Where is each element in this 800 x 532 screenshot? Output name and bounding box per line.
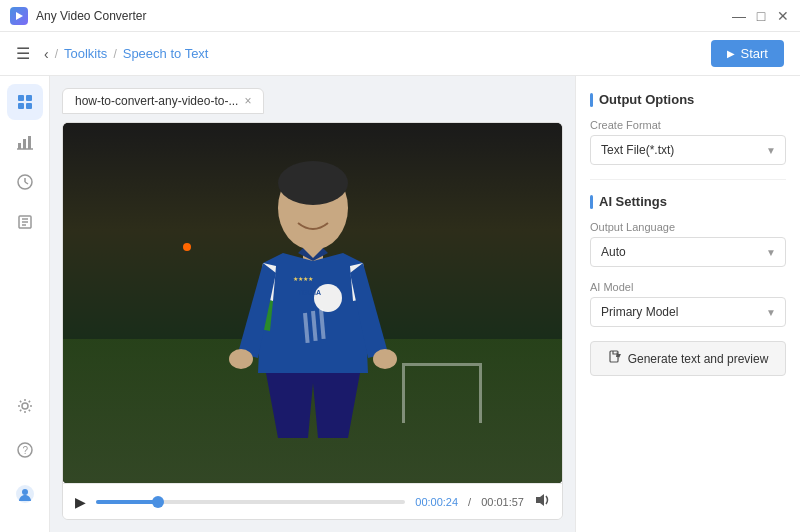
sidebar-bottom: ?	[7, 388, 43, 524]
create-format-label: Create Format	[590, 119, 786, 131]
generate-text-preview-button[interactable]: Generate text and preview	[590, 341, 786, 376]
video-player: ★★★★ ITALIA	[63, 123, 562, 483]
video-controls: ▶ 00:00:24 / 00:01:57	[63, 483, 562, 519]
svg-point-28	[229, 349, 253, 369]
svg-rect-4	[26, 103, 32, 109]
start-button[interactable]: Start	[711, 40, 784, 67]
breadcrumb-current: Speech to Text	[123, 46, 209, 61]
create-format-wrapper: Text File(*.txt) SRT Subtitle(*.srt) VTT…	[590, 135, 786, 165]
window-controls: — □ ✕	[732, 9, 790, 23]
sidebar-user-icon[interactable]	[7, 476, 43, 512]
tab-bar: how-to-convert-any-video-to-... ×	[62, 88, 563, 114]
ai-model-select[interactable]: Primary Model Secondary Model	[590, 297, 786, 327]
divider-1	[590, 179, 786, 180]
minimize-button[interactable]: —	[732, 9, 746, 23]
hamburger-menu-icon[interactable]: ☰	[16, 44, 30, 63]
sidebar-item-home[interactable]	[7, 84, 43, 120]
svg-point-16	[22, 403, 28, 409]
volume-icon[interactable]	[534, 492, 550, 511]
navbar: ☰ ‹ / Toolkits / Speech to Text Start	[0, 32, 800, 76]
svg-point-29	[373, 349, 397, 369]
svg-point-20	[22, 489, 28, 495]
sidebar-item-clock[interactable]	[7, 164, 43, 200]
svg-text:★★★★: ★★★★	[293, 276, 313, 282]
right-panel: Output Options Create Format Text File(*…	[575, 76, 800, 532]
tab-filename: how-to-convert-any-video-to-...	[75, 94, 238, 108]
progress-bar[interactable]	[96, 500, 405, 504]
video-thumbnail: ★★★★ ITALIA	[63, 123, 562, 483]
current-time: 00:00:24	[415, 496, 458, 508]
maximize-button[interactable]: □	[754, 9, 768, 23]
sidebar: ?	[0, 76, 50, 532]
play-button[interactable]: ▶	[75, 494, 86, 510]
breadcrumb-toolkits-link[interactable]: Toolkits	[64, 46, 107, 61]
main-content: ? how-to-convert-any-video-to-... ×	[0, 76, 800, 532]
create-format-select[interactable]: Text File(*.txt) SRT Subtitle(*.srt) VTT…	[590, 135, 786, 165]
sidebar-help-icon[interactable]: ?	[7, 432, 43, 468]
svg-rect-3	[18, 103, 24, 109]
svg-marker-0	[16, 12, 23, 20]
svg-rect-6	[23, 139, 26, 149]
sidebar-item-task[interactable]	[7, 204, 43, 240]
close-button[interactable]: ✕	[776, 9, 790, 23]
breadcrumb-sep2: /	[113, 47, 116, 61]
sidebar-settings-icon[interactable]	[7, 388, 43, 424]
sidebar-item-chart[interactable]	[7, 124, 43, 160]
svg-marker-32	[536, 494, 544, 506]
generate-doc-icon	[608, 350, 622, 367]
breadcrumb-sep1: /	[55, 47, 58, 61]
svg-rect-1	[18, 95, 24, 101]
svg-text:?: ?	[22, 445, 28, 456]
svg-line-11	[25, 182, 28, 184]
generate-text-label: Generate text and preview	[628, 352, 769, 366]
titlebar: Any Video Converter — □ ✕	[0, 0, 800, 32]
app-name: Any Video Converter	[36, 9, 147, 23]
progress-thumb[interactable]	[152, 496, 164, 508]
output-options-title: Output Options	[590, 92, 786, 107]
back-button[interactable]: ‹	[44, 46, 49, 62]
person-figure: ★★★★ ITALIA	[203, 153, 423, 453]
output-language-label: Output Language	[590, 221, 786, 233]
output-language-wrapper: Auto English Chinese Japanese French Ger…	[590, 237, 786, 267]
app-logo-icon	[10, 7, 28, 25]
time-separator: /	[468, 496, 471, 508]
progress-fill	[96, 500, 158, 504]
ai-settings-title: AI Settings	[590, 194, 786, 209]
svg-rect-5	[18, 143, 21, 149]
svg-rect-2	[26, 95, 32, 101]
svg-rect-7	[28, 136, 31, 149]
titlebar-left: Any Video Converter	[10, 7, 147, 25]
output-language-select[interactable]: Auto English Chinese Japanese French Ger…	[590, 237, 786, 267]
total-time: 00:01:57	[481, 496, 524, 508]
ai-model-label: AI Model	[590, 281, 786, 293]
work-area: how-to-convert-any-video-to-... ×	[50, 76, 575, 532]
ai-model-wrapper: Primary Model Secondary Model ▼	[590, 297, 786, 327]
svg-point-22	[278, 161, 348, 205]
tab-close-button[interactable]: ×	[244, 94, 251, 108]
orange-light	[183, 243, 191, 251]
file-tab[interactable]: how-to-convert-any-video-to-... ×	[62, 88, 264, 114]
navbar-left: ☰ ‹ / Toolkits / Speech to Text	[16, 44, 208, 63]
svg-text:ITALIA: ITALIA	[299, 289, 321, 296]
